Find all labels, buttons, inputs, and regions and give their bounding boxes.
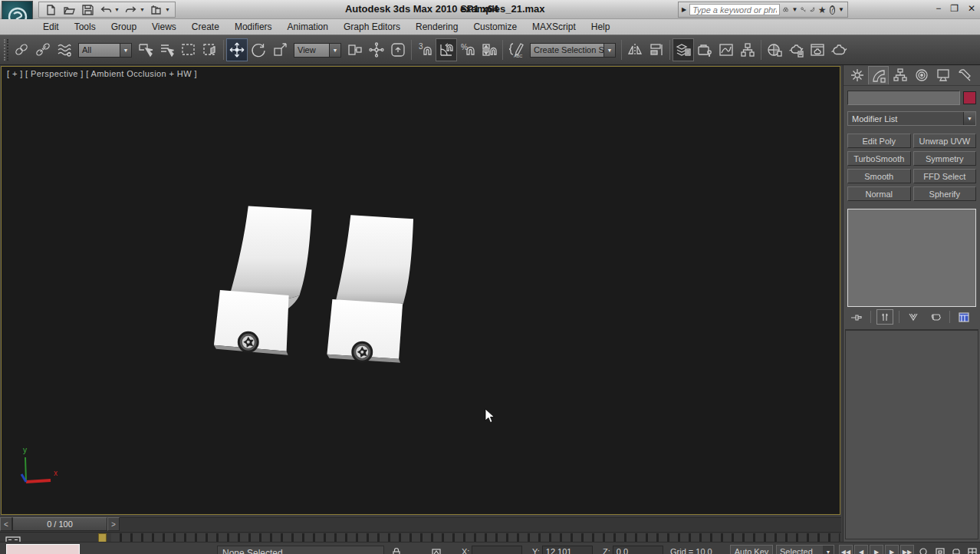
modifier-symmetry-button[interactable]: Symmetry [913, 151, 977, 166]
menu-animation[interactable]: Animation [280, 20, 336, 34]
keyboard-shortcut-override-button[interactable] [387, 38, 409, 61]
help-dropdown-icon[interactable]: ▼ [838, 6, 844, 13]
bind-to-space-warp-button[interactable] [54, 38, 75, 61]
menu-modifiers[interactable]: Modifiers [227, 20, 280, 34]
model-object-left[interactable] [214, 206, 312, 354]
time-slider-handle[interactable]: 0 / 100 [12, 517, 107, 531]
percent-snap-toggle-button[interactable]: % [457, 38, 478, 61]
named-selection-sets-dropdown[interactable]: Create Selection Se ▼ [530, 43, 616, 58]
next-frame-button[interactable]: > [107, 517, 120, 531]
modifier-normal-button[interactable]: Normal [847, 186, 911, 201]
menu-create[interactable]: Create [184, 20, 227, 34]
graphite-modeling-tools-button[interactable] [694, 38, 715, 61]
new-scene-button[interactable] [44, 4, 58, 16]
use-pivot-point-center-button[interactable] [344, 38, 366, 61]
configure-modifier-sets-button[interactable] [955, 309, 972, 325]
maxscript-mini-listener[interactable] [6, 544, 80, 554]
menu-rendering[interactable]: Rendering [408, 20, 465, 34]
y-value-field[interactable]: 12.101 [542, 546, 593, 554]
scene-3d-objects[interactable] [2, 67, 840, 514]
modifier-stack-list[interactable] [847, 209, 976, 307]
select-and-manipulate-button[interactable] [366, 38, 387, 61]
menu-edit[interactable]: Edit [35, 20, 67, 34]
perspective-viewport[interactable]: [ + ] [ Perspective ] [ Ambient Occlusio… [1, 66, 840, 515]
x-value-field[interactable] [472, 546, 522, 554]
modifier-spherify-button[interactable]: Spherify [913, 186, 977, 201]
modifier-smooth-button[interactable]: Smooth [847, 169, 911, 183]
make-unique-button[interactable] [905, 309, 922, 325]
menu-help[interactable]: Help [584, 20, 618, 34]
key-filter-dropdown[interactable]: Selected ▼ [776, 545, 834, 554]
menu-maxscript[interactable]: MAXScript [525, 20, 584, 34]
rendered-frame-window-button[interactable] [807, 38, 828, 61]
select-and-rotate-button[interactable] [248, 38, 269, 61]
tab-motion[interactable] [911, 66, 932, 84]
reference-coordinate-system-dropdown[interactable]: View ▼ [294, 43, 341, 58]
unlink-selection-button[interactable] [32, 38, 54, 61]
tab-modify[interactable] [868, 66, 889, 84]
layer-manager-button[interactable] [673, 38, 694, 61]
menu-customize[interactable]: Customize [465, 20, 525, 34]
angle-snap-toggle-button[interactable] [436, 38, 457, 61]
object-name-input[interactable] [847, 91, 960, 105]
modifier-ffd-select-button[interactable]: FFD Select [913, 169, 977, 183]
toolbar-overflow-icon[interactable]: ▼ [165, 7, 170, 12]
maximize-viewport-toggle-button[interactable] [965, 545, 979, 554]
modifier-turbosmooth-button[interactable]: TurboSmooth [847, 151, 911, 166]
curve-editor-button[interactable] [715, 38, 737, 61]
schematic-view-button[interactable] [737, 38, 758, 61]
snaps-toggle-button[interactable]: 3 [414, 38, 436, 61]
search-input[interactable] [689, 4, 780, 15]
show-end-result-button[interactable] [876, 309, 893, 325]
select-object-button[interactable] [135, 38, 156, 61]
model-object-right[interactable] [327, 215, 413, 362]
go-to-start-button[interactable]: ◀◀ [839, 545, 853, 554]
tab-hierarchy[interactable] [890, 66, 910, 84]
select-and-move-button[interactable] [226, 38, 248, 61]
go-to-end-button[interactable]: ▶▶ [900, 545, 914, 554]
edit-named-selection-sets-button[interactable]: ABC [505, 38, 527, 61]
infocenter-expand-icon[interactable]: ▶ [682, 6, 686, 13]
modifier-unwrap-uvw-button[interactable]: Unwrap UVW [913, 134, 977, 148]
align-button[interactable] [646, 38, 667, 61]
window-crossing-toggle-button[interactable] [199, 38, 221, 61]
menu-tools[interactable]: Tools [67, 20, 104, 34]
render-setup-button[interactable] [785, 38, 807, 61]
rectangular-selection-region-button[interactable] [178, 38, 199, 61]
select-and-scale-button[interactable] [269, 38, 291, 61]
absolute-offset-mode-toggle[interactable] [429, 546, 443, 554]
auto-key-button[interactable]: Auto Key [730, 545, 773, 554]
close-button[interactable]: ✕ [968, 3, 975, 14]
spinner-snap-toggle-button[interactable] [478, 38, 500, 61]
tab-create[interactable] [847, 66, 867, 84]
wheel-left[interactable] [238, 331, 259, 353]
redo-button[interactable] [124, 4, 138, 16]
menu-graph-editors[interactable]: Graph Editors [336, 20, 408, 34]
object-color-swatch[interactable] [963, 91, 976, 104]
menu-group[interactable]: Group [104, 20, 144, 34]
tab-display[interactable] [932, 66, 953, 84]
minimize-button[interactable]: − [936, 3, 941, 14]
open-file-button[interactable] [62, 4, 76, 16]
toolbar-drag-handle[interactable] [4, 39, 8, 61]
selection-lock-toggle[interactable] [390, 546, 403, 554]
search-options-icon[interactable]: ▼ [791, 6, 797, 13]
previous-key-button[interactable]: ◀ [854, 545, 868, 554]
tab-utilities[interactable] [954, 66, 975, 84]
previous-frame-button[interactable]: < [0, 517, 12, 531]
pin-stack-button[interactable] [848, 309, 865, 325]
selection-filter-dropdown[interactable]: All ▼ [78, 43, 132, 58]
zoom-extents-button[interactable] [933, 545, 947, 554]
zoom-button[interactable] [917, 545, 931, 554]
menu-views[interactable]: Views [144, 20, 184, 34]
undo-button[interactable] [99, 4, 113, 16]
set-project-folder-button[interactable] [150, 4, 163, 16]
mirror-button[interactable] [624, 38, 646, 61]
favorites-star-icon[interactable]: ★ [818, 5, 827, 15]
remove-modifier-button[interactable] [927, 309, 944, 325]
next-key-button[interactable]: ▶ [885, 545, 899, 554]
modifier-edit-poly-button[interactable]: Edit Poly [847, 134, 911, 148]
material-editor-button[interactable] [764, 38, 785, 61]
communication-center-icon[interactable] [810, 5, 815, 15]
help-icon[interactable]: ? [830, 5, 836, 15]
